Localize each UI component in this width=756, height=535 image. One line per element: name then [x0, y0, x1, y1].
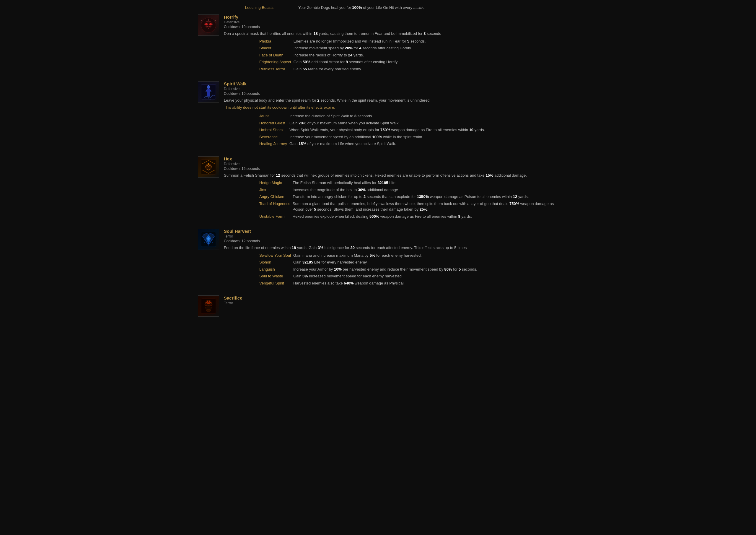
rune-name: Umbral Shock	[224, 127, 288, 133]
passive-name: Leeching Beasts	[245, 5, 292, 10]
rune-name: Phobia	[224, 38, 292, 45]
svg-point-1	[205, 23, 208, 25]
rune-name: Stalker	[224, 44, 292, 52]
spirit-walk-rune-table: Jaunt Increase the duration of Spirit Wa…	[224, 113, 558, 147]
rune-desc: The Fetish Shaman will periodically heal…	[291, 179, 558, 186]
soul-harvest-content: Soul Harvest Terror Cooldown: 12 seconds…	[224, 229, 558, 287]
rune-desc: Hexed enemies explode when killed, deali…	[291, 213, 558, 220]
spirit-walk-description: Leave your physical body and enter the s…	[224, 98, 558, 103]
rune-desc: Gain 50% additional Armor for 8 seconds …	[292, 59, 558, 66]
svg-point-4	[207, 85, 210, 88]
page-container: Leeching Beasts Your Zombie Dogs heal yo…	[192, 0, 564, 331]
rune-name: Healing Journey	[224, 140, 288, 147]
horrify-content: Horrify Defensive Cooldown: 10 seconds D…	[224, 14, 558, 72]
rune-name: Jaunt	[224, 113, 288, 120]
rune-row: Stalker Increase movement speed by 20% f…	[224, 44, 558, 52]
rune-desc: Enemies are no longer Immobilized and wi…	[292, 38, 558, 45]
rune-desc: Gain 32185 Life for every harvested enem…	[292, 259, 558, 266]
ability-horrify: Horrify Defensive Cooldown: 10 seconds D…	[198, 14, 558, 72]
hex-title: Hex	[224, 156, 558, 161]
rune-name: Hedge Magic	[224, 179, 291, 186]
rune-row: Healing Journey Gain 15% of your maximum…	[224, 140, 558, 147]
passive-highlight: 100%	[352, 5, 362, 10]
rune-row: Hedge Magic The Fetish Shaman will perio…	[224, 179, 558, 186]
rune-desc: Harvested enemies also take 640% weapon …	[292, 280, 558, 287]
sacrifice-title: Sacrifice	[224, 296, 558, 300]
sacrifice-type: Terror	[224, 301, 558, 305]
rune-name: Jinx	[224, 186, 291, 193]
passive-desc: Your Zombie Dogs heal you for 100% of yo…	[298, 5, 425, 10]
rune-desc: Increases the magnitude of the hex to 30…	[291, 186, 558, 193]
rune-row: Jinx Increases the magnitude of the hex …	[224, 186, 558, 193]
rune-name: Languish	[224, 266, 292, 273]
spirit-walk-note: This ability does not start its cooldown…	[224, 104, 558, 110]
spirit-walk-cooldown: Cooldown: 10 seconds	[224, 92, 558, 96]
rune-row: Siphon Gain 32185 Life for every harvest…	[224, 259, 558, 266]
ability-sacrifice: Sacrifice Terror	[198, 296, 558, 317]
rune-desc: Gain 55 Mana for every horrified enemy.	[292, 66, 558, 73]
soul-harvest-type: Terror	[224, 234, 558, 239]
rune-name: Swallow Your Soul	[224, 252, 292, 259]
horrify-rune-table: Phobia Enemies are no longer Immobilized…	[224, 38, 558, 73]
rune-name: Soul to Waste	[224, 273, 292, 280]
hex-icon	[198, 156, 219, 178]
rune-row: Unstable Form Hexed enemies explode when…	[224, 213, 558, 220]
rune-row: Toad of Hugeness Summon a giant toad tha…	[224, 200, 558, 213]
rune-desc: Increase your movement speed by an addit…	[288, 133, 558, 141]
rune-row: Languish Increase your Armor by 10% per …	[224, 266, 558, 273]
rune-desc: Transform into an angry chicken for up t…	[291, 193, 558, 200]
rune-desc: Increase the radius of Horrify to 24 yar…	[292, 52, 558, 59]
rune-desc: Gain 5% increased movement speed for eac…	[292, 273, 558, 280]
rune-name: Angry Chicken	[224, 193, 291, 200]
rune-row: Swallow Your Soul Gain mana and increase…	[224, 252, 558, 259]
rune-row: Vengeful Spirit Harvested enemies also t…	[224, 280, 558, 287]
horrify-description: Don a spectral mask that horrifies all e…	[224, 31, 558, 37]
hex-type: Defensive	[224, 162, 558, 166]
rune-row: Phobia Enemies are no longer Immobilized…	[224, 38, 558, 45]
rune-desc: Gain 20% of your maximum Mana when you a…	[288, 120, 558, 127]
spirit-walk-content: Spirit Walk Defensive Cooldown: 10 secon…	[224, 81, 558, 147]
hex-rune-table: Hedge Magic The Fetish Shaman will perio…	[224, 179, 558, 220]
sacrifice-icon	[198, 296, 219, 317]
sacrifice-content: Sacrifice Terror	[224, 296, 558, 306]
passive-row: Leeching Beasts Your Zombie Dogs heal yo…	[198, 3, 558, 14]
rune-name: Unstable Form	[224, 213, 291, 220]
rune-row: Frightening Aspect Gain 50% additional A…	[224, 59, 558, 66]
ability-hex: Hex Defensive Cooldown: 15 seconds Summo…	[198, 156, 558, 220]
horrify-type: Defensive	[224, 20, 558, 24]
ability-soul-harvest: Soul Harvest Terror Cooldown: 12 seconds…	[198, 229, 558, 287]
soul-harvest-cooldown: Cooldown: 12 seconds	[224, 239, 558, 243]
svg-point-9	[207, 237, 210, 240]
rune-name: Honored Guest	[224, 120, 288, 127]
svg-point-7	[208, 163, 209, 165]
rune-desc: Summon a giant toad that pulls in enemie…	[291, 200, 558, 213]
horrify-title: Horrify	[224, 14, 558, 19]
soul-harvest-title: Soul Harvest	[224, 229, 558, 234]
rune-row: Face of Death Increase the radius of Hor…	[224, 52, 558, 59]
hex-content: Hex Defensive Cooldown: 15 seconds Summo…	[224, 156, 558, 220]
soul-harvest-description: Feed on the life force of enemies within…	[224, 245, 558, 251]
spirit-walk-title: Spirit Walk	[224, 81, 558, 86]
rune-name: Toad of Hugeness	[224, 200, 291, 213]
rune-desc: Increase movement speed by 20% for 4 sec…	[292, 44, 558, 52]
rune-name: Siphon	[224, 259, 292, 266]
rune-name: Vengeful Spirit	[224, 280, 292, 287]
rune-name: Severance	[224, 133, 288, 141]
rune-desc: Gain 15% of your maximum Life when you a…	[288, 140, 558, 147]
rune-desc: When Spirit Walk ends, your physical bod…	[288, 127, 558, 133]
rune-row: Umbral Shock When Spirit Walk ends, your…	[224, 127, 558, 133]
rune-row: Severance Increase your movement speed b…	[224, 133, 558, 141]
rune-row: Ruthless Terror Gain 55 Mana for every h…	[224, 66, 558, 73]
soul-harvest-icon	[198, 229, 219, 250]
rune-desc: Increase your Armor by 10% per harvested…	[292, 266, 558, 273]
rune-row: Soul to Waste Gain 5% increased movement…	[224, 273, 558, 280]
hex-description: Summon a Fetish Shaman for 12 seconds th…	[224, 173, 558, 179]
rune-row: Jaunt Increase the duration of Spirit Wa…	[224, 113, 558, 120]
spirit-walk-icon	[198, 81, 219, 102]
rune-row: Honored Guest Gain 20% of your maximum M…	[224, 120, 558, 127]
rune-row: Angry Chicken Transform into an angry ch…	[224, 193, 558, 200]
rune-name: Ruthless Terror	[224, 66, 292, 73]
rune-name: Frightening Aspect	[224, 59, 292, 66]
horrify-icon	[198, 14, 219, 36]
rune-name: Face of Death	[224, 52, 292, 59]
